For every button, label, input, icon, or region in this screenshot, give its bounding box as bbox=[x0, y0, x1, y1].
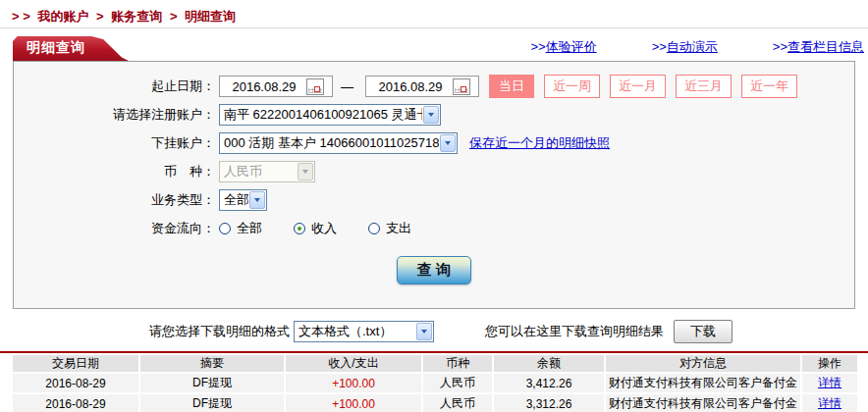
start-date-field bbox=[219, 76, 333, 97]
cell-counterparty: 财付通支付科技有限公司客户备付金 bbox=[606, 394, 800, 412]
chevron-down-icon bbox=[298, 163, 313, 180]
link-experience-review[interactable]: >>体验评价 bbox=[530, 38, 596, 56]
breadcrumb-item-detail-query[interactable]: 明细查询 bbox=[185, 9, 236, 24]
range-button-last-year[interactable]: 近一年 bbox=[741, 75, 797, 98]
range-button-last-week[interactable]: 近一周 bbox=[544, 75, 600, 98]
sub-account-select[interactable]: 000 活期 基本户 1406600101102571848 bbox=[219, 132, 458, 154]
cell-counterparty: 财付通支付科技有限公司客户备付金 bbox=[606, 374, 800, 392]
results-table: 交易日期 摘要 收入/支出 币种 余额 对方信息 操作 2016-08-29 D… bbox=[11, 353, 859, 412]
col-trade-date: 交易日期 bbox=[13, 355, 138, 372]
breadcrumb-separator: > bbox=[170, 9, 178, 24]
currency-label: 币 种： bbox=[14, 163, 215, 180]
cell-date: 2016-08-29 bbox=[13, 394, 138, 412]
chevron-down-icon[interactable] bbox=[423, 106, 439, 124]
radio-icon[interactable] bbox=[219, 223, 231, 234]
fund-flow-row: 资金流向： 全部 收入 支出 bbox=[14, 217, 854, 240]
breadcrumb: > > 我的账户 > 账务查询 > 明细查询 bbox=[0, 0, 868, 28]
calendar-icon[interactable] bbox=[306, 78, 324, 95]
business-type-select[interactable]: 全部 bbox=[219, 189, 267, 211]
currency-row: 币 种： 人民币 bbox=[14, 160, 854, 183]
range-button-last-3-months[interactable]: 近三月 bbox=[676, 75, 732, 98]
date-range-label: 起止日期： bbox=[14, 77, 215, 95]
breadcrumb-separator: > bbox=[96, 9, 104, 24]
breadcrumb-item-my-account[interactable]: 我的账户 bbox=[37, 9, 88, 24]
business-type-row: 业务类型： 全部 bbox=[14, 188, 854, 212]
sub-account-row: 下挂账户： 000 活期 基本户 1406600101102571848 保存近… bbox=[14, 131, 854, 155]
col-currency: 币种 bbox=[423, 355, 492, 372]
detail-link[interactable]: 详情 bbox=[818, 376, 841, 389]
cell-amount: +100.00 bbox=[286, 394, 421, 412]
end-date-input[interactable] bbox=[368, 79, 453, 94]
tab-bar: 明细查询 >>体验评价 >>自动演示 >>查看栏目信息 bbox=[0, 33, 868, 61]
detail-link[interactable]: 详情 bbox=[818, 396, 841, 410]
query-button[interactable]: 查 询 bbox=[397, 256, 471, 284]
range-button-last-month[interactable]: 近一月 bbox=[610, 75, 666, 98]
register-account-label: 请选择注册账户： bbox=[14, 106, 215, 124]
register-account-select[interactable]: 南平 6222001406100921065 灵通卡 bbox=[219, 104, 441, 126]
cell-currency: 人民币 bbox=[423, 374, 492, 392]
cell-balance: 3,412.26 bbox=[494, 374, 604, 392]
query-form-panel: 起止日期： — 当日 近一周 近一月 近三月 近一年 请选择注册账户： 南平 6… bbox=[13, 61, 855, 309]
download-button[interactable]: 下载 bbox=[674, 320, 732, 343]
business-type-label: 业务类型： bbox=[14, 191, 215, 209]
table-row: 2016-08-29 DF提现 +100.00 人民币 3,312.26 财付通… bbox=[13, 394, 857, 412]
date-separator: — bbox=[341, 79, 353, 94]
fund-flow-label: 资金流向： bbox=[14, 220, 215, 237]
tab-detail-query[interactable]: 明细查询 bbox=[13, 36, 129, 61]
breadcrumb-prefix: > > bbox=[12, 9, 30, 24]
chevron-down-icon[interactable] bbox=[416, 323, 432, 340]
col-counterparty: 对方信息 bbox=[606, 355, 800, 372]
save-snapshot-link[interactable]: 保存近一个月的明细快照 bbox=[469, 134, 610, 152]
fund-flow-option-expense[interactable]: 支出 bbox=[368, 220, 411, 237]
page-title: 明细查询 bbox=[27, 39, 85, 57]
cell-date: 2016-08-29 bbox=[13, 374, 138, 392]
fund-flow-option-income[interactable]: 收入 bbox=[294, 220, 337, 237]
range-button-today[interactable]: 当日 bbox=[489, 75, 534, 98]
col-balance: 余额 bbox=[494, 355, 604, 372]
col-summary: 摘要 bbox=[140, 355, 284, 372]
sub-account-label: 下挂账户： bbox=[14, 134, 215, 152]
chevron-down-icon[interactable] bbox=[249, 191, 265, 209]
header-links: >>体验评价 >>自动演示 >>查看栏目信息 bbox=[530, 38, 864, 56]
breadcrumb-item-account-query[interactable]: 账务查询 bbox=[111, 9, 162, 24]
cell-summary: DF提现 bbox=[140, 394, 284, 412]
cell-balance: 3,312.26 bbox=[494, 394, 604, 412]
chevron-down-icon[interactable] bbox=[440, 134, 456, 152]
cell-amount: +100.00 bbox=[286, 374, 421, 392]
col-action: 操作 bbox=[802, 355, 857, 372]
radio-icon[interactable] bbox=[368, 223, 380, 234]
register-account-row: 请选择注册账户： 南平 6222001406100921065 灵通卡 bbox=[14, 103, 854, 127]
col-income-expense: 收入/支出 bbox=[286, 355, 421, 372]
link-view-column-info[interactable]: >>查看栏目信息 bbox=[773, 38, 864, 56]
link-auto-demo[interactable]: >>自动演示 bbox=[652, 38, 718, 56]
end-date-field bbox=[365, 76, 479, 97]
cell-currency: 人民币 bbox=[423, 394, 492, 412]
download-hint: 您可以在这里下载查询明细结果 bbox=[485, 323, 664, 340]
download-format-select[interactable]: 文本格式（.txt） bbox=[294, 321, 434, 342]
currency-select: 人民币 bbox=[219, 161, 315, 182]
radio-icon[interactable] bbox=[294, 223, 305, 234]
table-header-row: 交易日期 摘要 收入/支出 币种 余额 对方信息 操作 bbox=[13, 355, 857, 372]
download-row: 请您选择下载明细的格式 文本格式（.txt） 您可以在这里下载查询明细结果 下载 bbox=[0, 316, 868, 347]
fund-flow-option-all[interactable]: 全部 bbox=[219, 220, 262, 237]
table-row: 2016-08-29 DF提现 +100.00 人民币 3,412.26 财付通… bbox=[13, 374, 857, 392]
calendar-icon[interactable] bbox=[453, 78, 470, 95]
date-range-row: 起止日期： — 当日 近一周 近一月 近三月 近一年 bbox=[14, 75, 854, 98]
cell-summary: DF提现 bbox=[140, 374, 284, 392]
download-format-label: 请您选择下载明细的格式 bbox=[149, 323, 290, 340]
start-date-input[interactable] bbox=[222, 79, 306, 94]
